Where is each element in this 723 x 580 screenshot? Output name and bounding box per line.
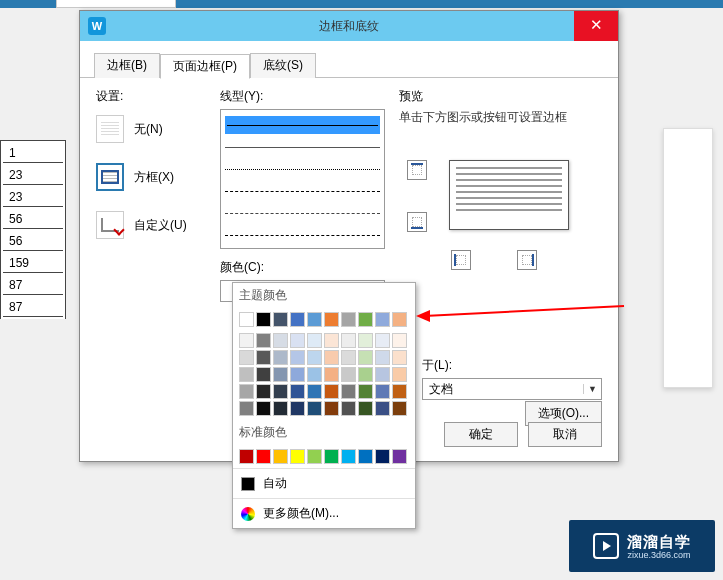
tab-borders[interactable]: 边框(B) — [94, 53, 160, 78]
color-swatch[interactable] — [324, 333, 339, 348]
color-swatch[interactable] — [392, 367, 407, 382]
color-swatch[interactable] — [290, 367, 305, 382]
color-swatch[interactable] — [375, 333, 390, 348]
color-swatch[interactable] — [239, 367, 254, 382]
tab-page-border[interactable]: 页面边框(P) — [160, 54, 250, 79]
line-style-option[interactable] — [225, 248, 380, 249]
color-swatch[interactable] — [256, 449, 271, 464]
close-button[interactable]: ✕ — [574, 11, 618, 41]
color-swatch[interactable] — [341, 367, 356, 382]
color-swatch[interactable] — [375, 367, 390, 382]
cancel-button[interactable]: 取消 — [528, 422, 602, 447]
color-swatch[interactable] — [324, 384, 339, 399]
color-swatch[interactable] — [358, 333, 373, 348]
color-swatch[interactable] — [290, 384, 305, 399]
color-swatch[interactable] — [358, 401, 373, 416]
color-swatch[interactable] — [307, 350, 322, 365]
color-swatch[interactable] — [290, 449, 305, 464]
color-swatch[interactable] — [358, 350, 373, 365]
line-style-option[interactable] — [225, 182, 380, 200]
color-swatch[interactable] — [358, 367, 373, 382]
color-swatch[interactable] — [290, 312, 305, 327]
color-swatch[interactable] — [273, 350, 288, 365]
color-swatch[interactable] — [307, 384, 322, 399]
line-style-option[interactable] — [225, 204, 380, 222]
color-swatch[interactable] — [392, 384, 407, 399]
color-swatch[interactable] — [239, 333, 254, 348]
color-swatch[interactable] — [256, 333, 271, 348]
color-swatch[interactable] — [290, 350, 305, 365]
color-swatch[interactable] — [239, 350, 254, 365]
line-style-option[interactable] — [225, 160, 380, 178]
line-style-label: 线型(Y): — [220, 88, 385, 105]
edge-left-button[interactable] — [451, 250, 471, 270]
more-colors-item[interactable]: 更多颜色(M)... — [233, 498, 415, 528]
standard-colors-label: 标准颜色 — [233, 420, 415, 445]
apply-to-combo[interactable]: 文档 ▼ — [422, 378, 602, 400]
color-swatch[interactable] — [392, 350, 407, 365]
theme-colors-row — [233, 308, 415, 331]
color-swatch[interactable] — [324, 367, 339, 382]
color-swatch[interactable] — [324, 401, 339, 416]
color-swatch[interactable] — [239, 312, 254, 327]
color-swatch[interactable] — [341, 384, 356, 399]
color-swatch[interactable] — [375, 384, 390, 399]
edge-right-button[interactable] — [517, 250, 537, 270]
color-swatch[interactable] — [307, 333, 322, 348]
color-swatch[interactable] — [341, 312, 356, 327]
color-swatch[interactable] — [307, 401, 322, 416]
color-swatch[interactable] — [358, 449, 373, 464]
apply-to-group: 于(L): 文档 ▼ — [422, 357, 602, 400]
color-swatch[interactable] — [392, 449, 407, 464]
color-swatch[interactable] — [273, 449, 288, 464]
color-swatch[interactable] — [273, 401, 288, 416]
color-swatch[interactable] — [273, 384, 288, 399]
color-swatch[interactable] — [341, 449, 356, 464]
setting-box[interactable]: 方框(X) — [96, 163, 206, 191]
setting-custom[interactable]: 自定义(U) — [96, 211, 206, 239]
line-style-list[interactable] — [220, 109, 385, 249]
edge-top-button[interactable] — [407, 160, 427, 180]
color-swatch[interactable] — [256, 367, 271, 382]
color-swatch[interactable] — [358, 384, 373, 399]
setting-none[interactable]: 无(N) — [96, 115, 206, 143]
color-swatch[interactable] — [307, 367, 322, 382]
color-swatch[interactable] — [273, 333, 288, 348]
color-swatch[interactable] — [375, 350, 390, 365]
color-swatch[interactable] — [375, 401, 390, 416]
wps-icon: W — [88, 17, 106, 35]
color-swatch[interactable] — [392, 312, 407, 327]
color-swatch[interactable] — [307, 312, 322, 327]
ok-button[interactable]: 确定 — [444, 422, 518, 447]
line-style-option[interactable] — [225, 116, 380, 134]
color-swatch[interactable] — [375, 449, 390, 464]
color-swatch[interactable] — [358, 312, 373, 327]
color-swatch[interactable] — [324, 350, 339, 365]
color-swatch[interactable] — [239, 384, 254, 399]
color-swatch[interactable] — [392, 333, 407, 348]
color-swatch[interactable] — [256, 350, 271, 365]
color-swatch[interactable] — [273, 367, 288, 382]
color-swatch[interactable] — [341, 401, 356, 416]
color-swatch[interactable] — [239, 401, 254, 416]
color-swatch[interactable] — [273, 312, 288, 327]
color-swatch[interactable] — [341, 333, 356, 348]
color-swatch[interactable] — [375, 312, 390, 327]
line-style-option[interactable] — [225, 138, 380, 156]
color-swatch[interactable] — [324, 449, 339, 464]
color-swatch[interactable] — [239, 449, 254, 464]
line-style-option[interactable] — [225, 226, 380, 244]
color-swatch[interactable] — [307, 449, 322, 464]
color-swatch[interactable] — [290, 401, 305, 416]
edge-bottom-button[interactable] — [407, 212, 427, 232]
color-swatch[interactable] — [290, 333, 305, 348]
cell: 56 — [3, 231, 63, 251]
tab-shading[interactable]: 底纹(S) — [250, 53, 316, 78]
color-swatch[interactable] — [341, 350, 356, 365]
color-swatch[interactable] — [256, 312, 271, 327]
color-swatch[interactable] — [392, 401, 407, 416]
color-swatch[interactable] — [324, 312, 339, 327]
color-swatch[interactable] — [256, 401, 271, 416]
auto-color-item[interactable]: 自动 — [233, 468, 415, 498]
color-swatch[interactable] — [256, 384, 271, 399]
